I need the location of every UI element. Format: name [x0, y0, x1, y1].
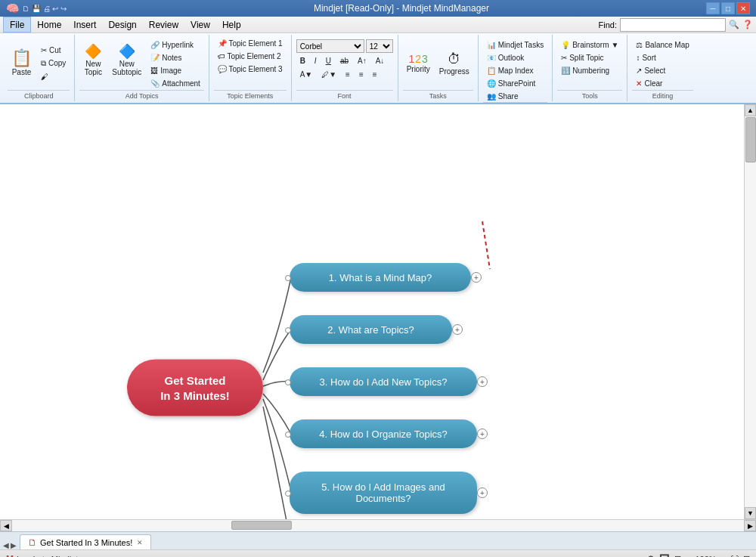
sort-button[interactable]: ↕ Sort	[632, 52, 692, 63]
view-toggle-button[interactable]: ⊞	[743, 554, 750, 557]
expand-btn-5[interactable]: +	[477, 487, 488, 498]
login-dropdown-icon[interactable]: ▼	[81, 555, 89, 558]
branch-node-4[interactable]: 4. How do I Organize Topics? +	[290, 419, 477, 448]
maximize-button[interactable]: □	[721, 2, 735, 14]
hscroll-track[interactable]	[12, 520, 744, 531]
central-node-line2: In 3 Minutes!	[160, 388, 230, 403]
font-grow-button[interactable]: A↑	[354, 55, 370, 67]
menu-file[interactable]: File	[3, 17, 31, 32]
menu-review[interactable]: Review	[143, 17, 184, 32]
outlook-icon: 📧	[487, 54, 496, 62]
font-shrink-button[interactable]: A↓	[372, 55, 389, 67]
new-subtopic-button[interactable]: 🔷 NewSubtopic	[108, 38, 145, 83]
cut-button[interactable]: ✂ Cut	[37, 45, 70, 56]
tab-nav: ◀ ▶	[3, 541, 17, 549]
clear-button[interactable]: ✕ Clear	[632, 78, 692, 89]
italic-button[interactable]: I	[311, 55, 321, 67]
split-topic-label: Split Topic	[569, 54, 603, 62]
branch-node-2[interactable]: 2. What are Topics? +	[290, 315, 452, 344]
strikethrough-button[interactable]: ab	[336, 55, 352, 67]
canvas: Get Started In 3 Minutes! 1. What is a M…	[0, 104, 744, 519]
map-index-button[interactable]: 📋 Map Index	[483, 65, 547, 76]
menu-design[interactable]: Design	[102, 17, 142, 32]
expand-btn-3[interactable]: +	[477, 376, 488, 387]
tools-group: 💡 Brainstorm▼ ✂ Split Topic 🔢 Numbering …	[553, 35, 627, 101]
branch-node-3[interactable]: 3. How do I Add New Topics? +	[290, 367, 477, 396]
tab-main[interactable]: 🗋 Get Started In 3 Minutes! ✕	[20, 534, 151, 549]
find-input[interactable]	[620, 18, 726, 32]
font-size-select[interactable]: 12	[366, 39, 393, 53]
sharepoint-button[interactable]: 🌐 SharePoint	[483, 78, 547, 89]
topic-elements-group: 📌 Topic Element 1 🏷 Topic Element 2 💬 To…	[209, 35, 292, 101]
hyperlink-button[interactable]: 🔗 Hyperlink	[147, 39, 204, 51]
close-button[interactable]: ✕	[736, 2, 750, 14]
expand-btn-1[interactable]: +	[471, 272, 482, 283]
expand-btn-2[interactable]: +	[452, 324, 463, 335]
central-node[interactable]: Get Started In 3 Minutes!	[127, 360, 263, 416]
map-index-icon: 📋	[487, 67, 496, 75]
new-topic-button[interactable]: 🔶 NewTopic	[79, 38, 107, 83]
filter-icon[interactable]: ⚙	[647, 554, 655, 557]
topic-elem-btn2[interactable]: 🏷 Topic Element 2	[214, 51, 285, 62]
tab-prev-button[interactable]: ◀	[3, 541, 9, 549]
vscroll-track[interactable]	[745, 116, 756, 507]
login-label[interactable]: Log In to Mindjet	[17, 555, 78, 558]
balance-map-button[interactable]: ⚖ Balance Map	[632, 39, 692, 51]
topic-elem-btn3[interactable]: 💬 Topic Element 3	[214, 63, 287, 75]
image-button[interactable]: 🖼 Image	[147, 65, 204, 76]
hscroll-left-button[interactable]: ◀	[0, 520, 12, 531]
bold-button[interactable]: B	[296, 55, 309, 67]
menu-view[interactable]: View	[184, 17, 216, 32]
priority-button[interactable]: 123 Priority	[403, 41, 434, 86]
brainstorm-label: Brainstorm	[572, 41, 609, 49]
fit-icon[interactable]: ⊡	[674, 554, 681, 557]
new-topic-icon: 🔶	[85, 45, 101, 58]
branch-node-1[interactable]: 1. What is a Mind Map? +	[290, 263, 471, 292]
hscroll-right-button[interactable]: ▶	[744, 520, 756, 531]
expand-btn-4[interactable]: +	[477, 429, 488, 439]
share-button[interactable]: 👥 Share	[483, 91, 547, 102]
ribbon-content: 📋 Paste ✂ Cut ⧉ Copy 🖌 Clipboard 🔶 NewTo…	[0, 33, 756, 103]
tab-close-button[interactable]: ✕	[137, 539, 143, 546]
menu-home[interactable]: Home	[31, 17, 67, 32]
format-painter-button[interactable]: 🖌	[37, 71, 70, 82]
font-color-button[interactable]: A▼	[296, 69, 317, 80]
help-icon[interactable]: ❓	[742, 20, 753, 29]
align-right-button[interactable]: ≡	[369, 69, 381, 80]
split-topic-button[interactable]: ✂ Split Topic	[557, 52, 622, 63]
fullscreen-button[interactable]: ⛶	[730, 555, 739, 558]
menu-insert[interactable]: Insert	[67, 17, 102, 32]
tab-next-button[interactable]: ▶	[11, 541, 17, 549]
copy-button[interactable]: ⧉ Copy	[37, 57, 70, 70]
highlight-button[interactable]: 🖊▼	[318, 69, 340, 80]
font-family-select[interactable]: Corbel	[296, 39, 364, 53]
brainstorm-button[interactable]: 💡 Brainstorm▼	[557, 39, 622, 51]
task-progress-button[interactable]: ⏱ Progress	[435, 41, 473, 86]
branch-node-5[interactable]: 5. How do I Add Images andDocuments? +	[290, 472, 477, 514]
outlook-button[interactable]: 📧 Outlook	[483, 52, 547, 63]
align-left-button[interactable]: ≡	[342, 69, 354, 80]
find-button[interactable]: 🔍	[729, 20, 739, 29]
vscroll-up-button[interactable]: ▲	[745, 104, 756, 116]
hscroll-thumb[interactable]	[231, 521, 292, 530]
vscroll-thumb[interactable]	[745, 117, 756, 162]
select-button[interactable]: ↗ Select	[632, 65, 692, 76]
statusbar-right: ⚙ 🔲 ⊡ − 100% + ⛶ ⊞	[647, 554, 750, 557]
paste-button[interactable]: 📋 Paste	[8, 41, 36, 86]
underline-button[interactable]: U	[322, 55, 335, 67]
window-controls[interactable]: ─ □ ✕	[706, 2, 750, 14]
vscroll-down-button[interactable]: ▼	[745, 507, 756, 519]
attachment-button[interactable]: 📎 Attachment	[147, 78, 204, 89]
paste-label: Paste	[12, 68, 32, 76]
notes-button[interactable]: 📝 Notes	[147, 52, 204, 63]
topic-elem-btn1[interactable]: 📌 Topic Element 1	[214, 38, 287, 49]
zoom-out-button[interactable]: −	[686, 555, 690, 558]
numbering-button[interactable]: 🔢 Numbering	[557, 65, 622, 76]
mindjet-tasks-button[interactable]: 📊 Mindjet Tasks	[483, 39, 547, 51]
branch-label-5: 5. How do I Add Images andDocuments?	[321, 481, 445, 504]
view-icon[interactable]: 🔲	[659, 554, 670, 557]
menu-help[interactable]: Help	[216, 17, 247, 32]
zoom-in-button[interactable]: +	[721, 555, 726, 558]
minimize-button[interactable]: ─	[706, 2, 720, 14]
align-center-button[interactable]: ≡	[355, 69, 367, 80]
